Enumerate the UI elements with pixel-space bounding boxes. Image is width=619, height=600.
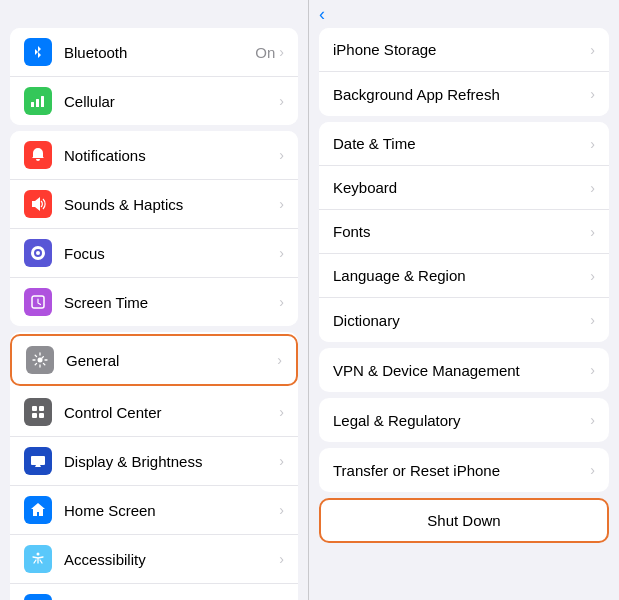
settings-list: BluetoothOn›Cellular›Notifications›Sound…	[0, 22, 308, 600]
notifications-chevron-icon: ›	[279, 147, 284, 163]
right-panel: ‹ iPhone Storage›Background App Refresh›…	[309, 0, 619, 600]
settings-item-general[interactable]: General›	[10, 334, 298, 386]
settings-item-homescreen[interactable]: Home Screen›	[10, 486, 298, 535]
screentime-icon	[24, 288, 52, 316]
settings-item-accessibility[interactable]: Accessibility›	[10, 535, 298, 584]
right-group-rgroup4: Legal & Regulatory›	[319, 398, 609, 442]
right-item-transfer-chevron-icon: ›	[590, 462, 595, 478]
right-item-bgrefresh[interactable]: Background App Refresh›	[319, 72, 609, 116]
right-item-datetime[interactable]: Date & Time›	[319, 122, 609, 166]
right-item-vpn-label: VPN & Device Management	[333, 362, 590, 379]
svg-point-9	[37, 553, 40, 556]
shutdown-button[interactable]: Shut Down	[319, 498, 609, 543]
controlcenter-icon	[24, 398, 52, 426]
svg-rect-5	[32, 406, 37, 411]
cellular-label: Cellular	[64, 93, 279, 110]
right-group-rgroup2: Date & Time›Keyboard›Fonts›Language & Re…	[319, 122, 609, 342]
back-button[interactable]: ‹	[319, 4, 327, 25]
right-group-rgroup1: iPhone Storage›Background App Refresh›	[319, 28, 609, 116]
right-item-transfer-label: Transfer or Reset iPhone	[333, 462, 590, 479]
settings-item-wallpaper[interactable]: Wallpaper›	[10, 584, 298, 600]
right-item-dictionary-chevron-icon: ›	[590, 312, 595, 328]
sounds-label: Sounds & Haptics	[64, 196, 279, 213]
right-item-fonts-chevron-icon: ›	[590, 224, 595, 240]
left-header	[0, 0, 308, 22]
cellular-icon	[24, 87, 52, 115]
homescreen-label: Home Screen	[64, 502, 279, 519]
right-item-dictionary-label: Dictionary	[333, 312, 590, 329]
controlcenter-chevron-icon: ›	[279, 404, 284, 420]
svg-rect-6	[39, 406, 44, 411]
general-label: General	[66, 352, 277, 369]
right-item-keyboard-label: Keyboard	[333, 179, 590, 196]
screentime-label: Screen Time	[64, 294, 279, 311]
bluetooth-label: Bluetooth	[64, 44, 255, 61]
right-group-rgroup5: Transfer or Reset iPhone›	[319, 448, 609, 492]
right-item-datetime-chevron-icon: ›	[590, 136, 595, 152]
right-item-bgrefresh-chevron-icon: ›	[590, 86, 595, 102]
right-item-bgrefresh-label: Background App Refresh	[333, 86, 590, 103]
display-chevron-icon: ›	[279, 453, 284, 469]
right-item-legal-label: Legal & Regulatory	[333, 412, 590, 429]
settings-item-sounds[interactable]: Sounds & Haptics›	[10, 180, 298, 229]
right-item-vpn-chevron-icon: ›	[590, 362, 595, 378]
cellular-chevron-icon: ›	[279, 93, 284, 109]
settings-group-group2: Notifications›Sounds & Haptics›Focus›Scr…	[10, 131, 298, 326]
right-item-keyboard[interactable]: Keyboard›	[319, 166, 609, 210]
sounds-icon	[24, 190, 52, 218]
settings-item-controlcenter[interactable]: Control Center›	[10, 388, 298, 437]
display-icon	[24, 447, 52, 475]
right-item-keyboard-chevron-icon: ›	[590, 180, 595, 196]
right-group-rgroup3: VPN & Device Management›	[319, 348, 609, 392]
settings-item-screentime[interactable]: Screen Time›	[10, 278, 298, 326]
right-item-transfer[interactable]: Transfer or Reset iPhone›	[319, 448, 609, 492]
right-item-language-chevron-icon: ›	[590, 268, 595, 284]
screentime-chevron-icon: ›	[279, 294, 284, 310]
accessibility-label: Accessibility	[64, 551, 279, 568]
settings-item-display[interactable]: Display & Brightness›	[10, 437, 298, 486]
right-item-language[interactable]: Language & Region›	[319, 254, 609, 298]
back-chevron-icon: ‹	[319, 4, 325, 25]
general-chevron-icon: ›	[277, 352, 282, 368]
right-item-fonts[interactable]: Fonts›	[319, 210, 609, 254]
focus-chevron-icon: ›	[279, 245, 284, 261]
right-item-iphonestorage[interactable]: iPhone Storage›	[319, 28, 609, 72]
bluetooth-chevron-icon: ›	[279, 44, 284, 60]
bluetooth-value: On	[255, 44, 275, 61]
svg-rect-7	[32, 413, 37, 418]
svg-rect-1	[36, 99, 39, 107]
settings-item-cellular[interactable]: Cellular›	[10, 77, 298, 125]
wallpaper-icon	[24, 594, 52, 600]
right-item-vpn[interactable]: VPN & Device Management›	[319, 348, 609, 392]
right-list: iPhone Storage›Background App Refresh›Da…	[309, 22, 619, 600]
svg-rect-0	[31, 102, 34, 107]
homescreen-chevron-icon: ›	[279, 502, 284, 518]
accessibility-icon	[24, 545, 52, 573]
right-item-dictionary[interactable]: Dictionary›	[319, 298, 609, 342]
right-item-iphonestorage-label: iPhone Storage	[333, 41, 590, 58]
right-item-legal-chevron-icon: ›	[590, 412, 595, 428]
svg-rect-2	[41, 96, 44, 107]
right-item-legal[interactable]: Legal & Regulatory›	[319, 398, 609, 442]
right-item-iphonestorage-chevron-icon: ›	[590, 42, 595, 58]
general-icon	[26, 346, 54, 374]
right-item-datetime-label: Date & Time	[333, 135, 590, 152]
settings-item-notifications[interactable]: Notifications›	[10, 131, 298, 180]
settings-item-bluetooth[interactable]: BluetoothOn›	[10, 28, 298, 77]
shutdown-label: Shut Down	[427, 512, 500, 529]
right-item-language-label: Language & Region	[333, 267, 590, 284]
sounds-chevron-icon: ›	[279, 196, 284, 212]
right-header: ‹	[309, 0, 619, 22]
right-item-fonts-label: Fonts	[333, 223, 590, 240]
accessibility-chevron-icon: ›	[279, 551, 284, 567]
svg-rect-8	[39, 413, 44, 418]
left-panel: BluetoothOn›Cellular›Notifications›Sound…	[0, 0, 309, 600]
controlcenter-label: Control Center	[64, 404, 279, 421]
settings-group-group1: BluetoothOn›Cellular›	[10, 28, 298, 125]
display-label: Display & Brightness	[64, 453, 279, 470]
notifications-icon	[24, 141, 52, 169]
settings-item-focus[interactable]: Focus›	[10, 229, 298, 278]
homescreen-icon	[24, 496, 52, 524]
bluetooth-icon	[24, 38, 52, 66]
focus-icon	[24, 239, 52, 267]
